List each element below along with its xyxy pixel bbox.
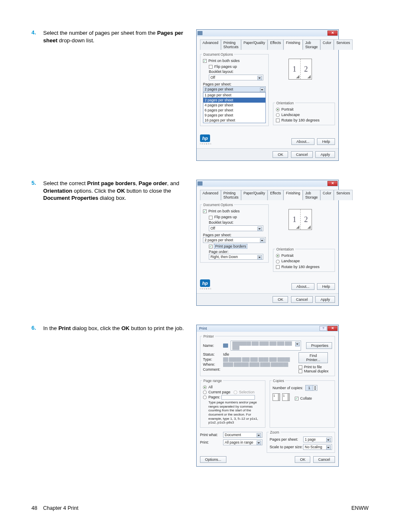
print-what-select[interactable]: Document <box>223 432 262 438</box>
flip-pages-up-checkbox[interactable] <box>209 65 213 69</box>
tab-color[interactable]: Color <box>320 190 334 200</box>
landscape-radio[interactable] <box>276 260 280 263</box>
apply-button[interactable]: Apply <box>315 296 335 303</box>
print-to-file-checkbox[interactable] <box>299 365 302 369</box>
page-preview: 1 2 <box>273 203 327 236</box>
cancel-button[interactable]: Cancel <box>291 151 313 158</box>
copies-group: Copies Number of copies: 1▲▼ 321 321 Col… <box>270 380 335 428</box>
orientation-group: Orientation Portrait Landscape Rotate by… <box>273 249 335 271</box>
step-number: 5. <box>31 180 43 186</box>
selection-radio <box>234 390 237 394</box>
ok-button[interactable]: OK <box>273 151 288 158</box>
print-dialog: Print ? ✕ Printer Name: ████████ ███ ███… <box>196 325 339 467</box>
tab-color[interactable]: Color <box>320 39 334 50</box>
hp-logo-icon: hp <box>200 134 210 142</box>
step-text: Select the number of pages per sheet fro… <box>43 29 196 44</box>
tab-strip: Advanced Printing Shortcuts Paper/Qualit… <box>200 189 335 200</box>
tab-finishing[interactable]: Finishing <box>283 190 303 200</box>
find-printer-button[interactable]: Find Printer... <box>299 352 328 363</box>
ok-button[interactable]: OK <box>295 456 310 463</box>
tab-job-storage[interactable]: Job Storage <box>303 39 320 50</box>
document-options-group: Document Options Print on both sides Fli… <box>200 204 269 262</box>
pages-radio[interactable] <box>203 395 207 399</box>
print-page-borders-checkbox[interactable] <box>209 245 213 248</box>
list-item[interactable]: 4 pages per sheet <box>203 103 265 108</box>
tab-paper-quality[interactable]: Paper/Quality <box>241 190 268 200</box>
page-range-group: Page range All Current page Selection Pa… <box>200 380 265 428</box>
landscape-radio[interactable] <box>276 113 280 117</box>
about-button[interactable]: About... <box>291 138 314 145</box>
cancel-button[interactable]: Cancel <box>291 296 313 303</box>
page-order-select[interactable]: Right, then Down <box>209 254 263 260</box>
flip-pages-up-checkbox[interactable] <box>209 216 213 220</box>
list-item[interactable]: 1 page per sheet <box>203 93 265 98</box>
rotate-180-checkbox[interactable] <box>276 265 280 269</box>
zoom-group: Zoom Pages per sheet:1 page Scale to pap… <box>267 432 335 453</box>
print-both-sides-checkbox[interactable] <box>203 209 207 213</box>
pages-input[interactable] <box>221 395 255 400</box>
close-icon[interactable]: ✕ <box>327 181 338 186</box>
tab-finishing[interactable]: Finishing <box>283 39 303 50</box>
current-page-radio[interactable] <box>203 390 207 394</box>
tab-effects[interactable]: Effects <box>268 39 283 50</box>
tab-advanced[interactable]: Advanced <box>200 190 221 200</box>
zoom-scale-select[interactable]: No Scaling <box>303 444 332 450</box>
properties-dialog-step5: ✕ Advanced Printing Shortcuts Paper/Qual… <box>196 180 339 305</box>
all-radio[interactable] <box>203 385 207 389</box>
tab-effects[interactable]: Effects <box>268 190 283 200</box>
printer-group: Printer Name: ████████ ███ ████ ███ ███ … <box>200 336 335 376</box>
zoom-pps-select[interactable]: 1 page <box>303 436 332 442</box>
help-button[interactable]: Help <box>317 138 335 145</box>
orientation-group: Orientation Portrait Landscape Rotate by… <box>273 103 335 125</box>
pages-per-sheet-select[interactable]: 2 pages per sheet <box>203 237 266 243</box>
collate-checkbox[interactable] <box>295 397 299 400</box>
booklet-layout-select[interactable]: Off <box>209 75 263 80</box>
list-item[interactable]: 2 pages per sheet <box>203 98 265 103</box>
step-text: In the Print dialog box, click the OK bu… <box>43 325 196 332</box>
manual-duplex-checkbox[interactable] <box>299 369 302 373</box>
print-both-sides-checkbox[interactable] <box>203 59 207 63</box>
about-button[interactable]: About... <box>291 283 314 290</box>
close-icon[interactable]: ✕ <box>327 326 338 331</box>
tab-advanced[interactable]: Advanced <box>200 39 221 50</box>
hp-logo-icon: hp <box>200 279 210 287</box>
apply-button[interactable]: Apply <box>315 151 335 158</box>
step-number: 6. <box>31 325 43 331</box>
tab-services[interactable]: Services <box>334 39 353 50</box>
step-number: 4. <box>31 29 43 36</box>
printer-icon <box>223 343 228 348</box>
print-range-select[interactable]: All pages in range <box>223 439 262 445</box>
list-item[interactable]: 6 pages per sheet <box>203 108 265 113</box>
ok-button[interactable]: OK <box>273 296 288 303</box>
portrait-radio[interactable] <box>276 254 280 258</box>
tab-paper-quality[interactable]: Paper/Quality <box>241 39 268 50</box>
pages-per-sheet-dropdown-list[interactable]: 1 page per sheet 2 pages per sheet 4 pag… <box>203 92 266 123</box>
printer-name-select[interactable]: ████████ ███ ████ ███ ███ ███ ███ <box>231 341 301 351</box>
tab-services[interactable]: Services <box>334 190 353 200</box>
portrait-radio[interactable] <box>276 108 280 111</box>
dialog-title: Print <box>197 326 207 331</box>
list-item[interactable]: 16 pages per sheet <box>203 118 265 123</box>
properties-button[interactable]: Properties <box>306 342 332 349</box>
tab-job-storage[interactable]: Job Storage <box>303 190 320 200</box>
help-button[interactable]: Help <box>317 283 335 290</box>
tab-strip: Advanced Printing Shortcuts Paper/Qualit… <box>200 39 335 50</box>
options-button[interactable]: Options... <box>200 456 226 463</box>
page-preview: 1 2 <box>273 52 327 86</box>
document-options-group: Document Options Print on both sides Fli… <box>200 54 269 126</box>
properties-dialog-step4: ✕ Advanced Printing Shortcuts Paper/Qual… <box>196 29 339 161</box>
tab-printing-shortcuts[interactable]: Printing Shortcuts <box>221 39 241 50</box>
cancel-button[interactable]: Cancel <box>313 456 335 463</box>
dialog-icon <box>197 181 203 186</box>
dialog-icon <box>197 31 203 35</box>
close-icon[interactable]: ✕ <box>327 31 338 36</box>
step-text: Select the correct Print page borders, P… <box>43 180 196 202</box>
collate-preview: 321 321 <box>273 393 291 403</box>
rotate-180-checkbox[interactable] <box>276 119 280 122</box>
page-footer: 48 Chapter 4 Print ENWW <box>31 505 369 511</box>
copies-stepper[interactable]: 1▲▼ <box>305 385 317 391</box>
tab-printing-shortcuts[interactable]: Printing Shortcuts <box>221 190 241 200</box>
booklet-layout-select[interactable]: Off <box>209 225 263 231</box>
pages-per-sheet-select[interactable]: 2 pages per sheet <box>203 86 266 92</box>
list-item[interactable]: 9 pages per sheet <box>203 113 265 118</box>
